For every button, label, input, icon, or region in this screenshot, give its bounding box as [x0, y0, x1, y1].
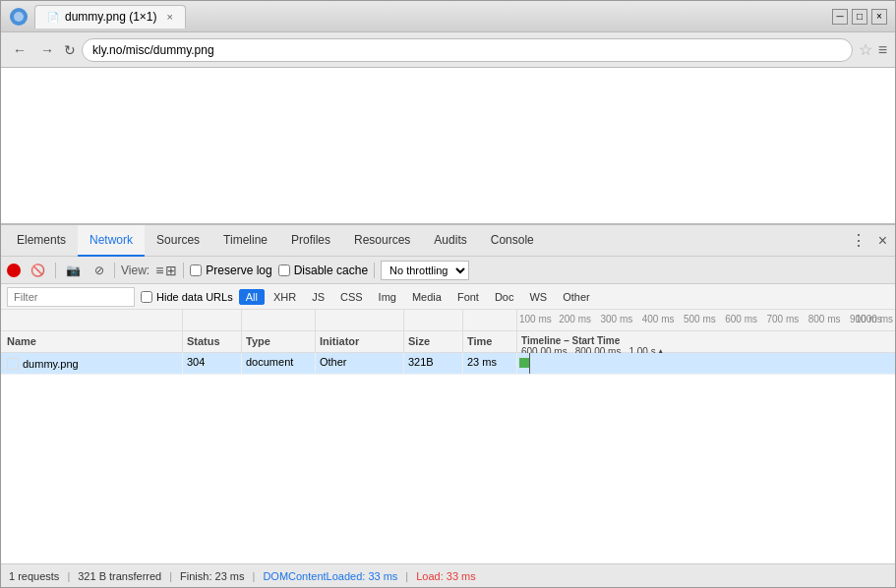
throttle-select[interactable]: No throttling	[381, 261, 469, 280]
url-input[interactable]	[82, 38, 853, 62]
disable-cache-checkbox[interactable]	[278, 265, 290, 276]
filter-button[interactable]: ⊘	[90, 262, 108, 279]
browser-icon	[9, 7, 29, 27]
status-requests: 1 requests	[9, 570, 59, 582]
devtools-close-button[interactable]: ×	[874, 232, 891, 250]
tick-spacer-size	[404, 310, 463, 330]
toolbar-separator-4	[374, 263, 375, 278]
filter-input[interactable]	[7, 287, 135, 307]
col-header-name[interactable]: Name	[1, 331, 183, 352]
tick-700: 700 ms	[766, 314, 799, 324]
title-bar: 📄 dummy.png (1×1) × ─ □ ×	[1, 1, 895, 32]
camera-button[interactable]: 📷	[62, 262, 85, 279]
filter-type-css[interactable]: CSS	[333, 289, 370, 305]
address-bar: ← → ↻ ☆ ≡	[1, 32, 895, 68]
tick-100: 100 ms	[519, 314, 552, 324]
filter-type-other[interactable]: Other	[556, 289, 597, 305]
preserve-log-label: Preserve log	[190, 264, 271, 277]
col-header-initiator[interactable]: Initiator	[316, 331, 404, 352]
row-size: 321B	[404, 353, 463, 374]
tick-800: 800 ms	[808, 314, 841, 324]
row-favicon-icon	[7, 358, 19, 370]
minimize-button[interactable]: ─	[832, 9, 848, 25]
col-header-status[interactable]: Status	[183, 331, 242, 352]
col-header-time[interactable]: Time	[463, 331, 517, 352]
devtools-tab-sources[interactable]: Sources	[145, 225, 211, 257]
tick-spacer-name	[1, 310, 183, 330]
status-domcontent: DOMContentLoaded: 33 ms	[263, 570, 397, 582]
tick-600: 600 ms	[725, 314, 757, 324]
view-icons: ≡ ⊞	[155, 263, 177, 278]
filter-type-buttons: All XHR JS CSS Img Media Font Doc WS Oth…	[239, 289, 597, 305]
tab-close-button[interactable]: ×	[167, 11, 173, 23]
col-header-timeline: Timeline – Start Time 600.00 ms 800.00 m…	[517, 331, 895, 352]
table-row[interactable]: dummy.png 304 document Other 321B 23 ms	[1, 353, 895, 375]
filter-type-js[interactable]: JS	[305, 289, 331, 305]
window-close-button[interactable]: ×	[871, 9, 887, 25]
filter-bar: Hide data URLs All XHR JS CSS Img Media …	[1, 284, 895, 310]
view-tree-icon[interactable]: ⊞	[165, 263, 177, 278]
window-controls: ─ □ ×	[832, 9, 887, 25]
tick-spacer-initiator	[316, 310, 404, 330]
tick-spacer-status	[183, 310, 242, 330]
hide-data-urls-checkbox[interactable]	[141, 291, 152, 303]
tick-spacer-type	[242, 310, 316, 330]
tick-spacer-time	[463, 310, 517, 330]
tab-title: dummy.png (1×1)	[65, 10, 157, 24]
devtools-tab-profiles[interactable]: Profiles	[279, 225, 342, 257]
devtools-tab-audits[interactable]: Audits	[422, 225, 478, 257]
devtools-more-button[interactable]: ⋮	[843, 231, 874, 250]
tab-bar: 📄 dummy.png (1×1) ×	[34, 5, 832, 29]
row-status: 304	[183, 353, 242, 374]
filter-type-doc[interactable]: Doc	[488, 289, 521, 305]
tick-1000: 1000 ms	[856, 314, 893, 324]
filter-type-font[interactable]: Font	[450, 289, 486, 305]
row-type: document	[242, 353, 316, 374]
toolbar-separator-2	[114, 263, 115, 278]
filter-type-media[interactable]: Media	[405, 289, 448, 305]
status-bar: 1 requests | 321 B transferred | Finish:…	[1, 563, 895, 587]
back-button[interactable]: ←	[9, 40, 30, 60]
devtools-tab-resources[interactable]: Resources	[342, 225, 422, 257]
forward-button[interactable]: →	[36, 40, 58, 60]
col-header-type[interactable]: Type	[242, 331, 316, 352]
col-header-size[interactable]: Size	[404, 331, 463, 352]
browser-tab[interactable]: 📄 dummy.png (1×1) ×	[34, 5, 186, 29]
devtools-tab-bar: Elements Network Sources Timeline Profil…	[1, 225, 895, 257]
browser-menu-button[interactable]: ≡	[878, 41, 887, 59]
bookmark-button[interactable]: ☆	[859, 40, 872, 59]
devtools-panel: Elements Network Sources Timeline Profil…	[1, 223, 895, 587]
status-finish: Finish: 23 ms	[180, 570, 244, 582]
tab-favicon: 📄	[47, 12, 59, 23]
record-button[interactable]	[7, 264, 21, 277]
table-header: Name Status Type Initiator Size Time Tim…	[1, 331, 895, 353]
status-transferred: 321 B transferred	[78, 570, 161, 582]
filter-type-ws[interactable]: WS	[522, 289, 554, 305]
row-initiator: Other	[316, 353, 404, 374]
tick-200: 200 ms	[559, 314, 591, 324]
maximize-button[interactable]: □	[852, 9, 867, 25]
filter-type-xhr[interactable]: XHR	[267, 289, 303, 305]
hide-data-urls-label: Hide data URLs	[141, 291, 233, 303]
devtools-tab-console[interactable]: Console	[479, 225, 546, 257]
view-label: View:	[121, 264, 149, 277]
filter-type-img[interactable]: Img	[372, 289, 403, 305]
devtools-tab-elements[interactable]: Elements	[5, 225, 78, 257]
toolbar-separator-1	[55, 263, 56, 278]
row-name: dummy.png	[1, 353, 183, 374]
row-timeline	[517, 353, 895, 374]
devtools-tab-timeline[interactable]: Timeline	[211, 225, 279, 257]
preserve-log-checkbox[interactable]	[190, 265, 202, 276]
view-list-icon[interactable]: ≡	[155, 263, 163, 278]
tick-400: 400 ms	[642, 314, 675, 324]
timeline-ticks-container: 100 ms 200 ms 300 ms 400 ms 500 ms 600 m…	[517, 310, 895, 330]
tick-300: 300 ms	[600, 314, 632, 324]
row-time: 23 ms	[463, 353, 517, 374]
network-toolbar: 🚫 📷 ⊘ View: ≡ ⊞ Preserve log Disable cac…	[1, 257, 895, 284]
table-body: dummy.png 304 document Other 321B 23 ms	[1, 353, 895, 563]
browser-window: 📄 dummy.png (1×1) × ─ □ × ← → ↻ ☆ ≡ Elem…	[0, 0, 896, 588]
refresh-button[interactable]: ↻	[64, 42, 76, 58]
devtools-tab-network[interactable]: Network	[78, 225, 145, 257]
clear-button[interactable]: 🚫	[27, 262, 49, 279]
filter-type-all[interactable]: All	[239, 289, 265, 305]
